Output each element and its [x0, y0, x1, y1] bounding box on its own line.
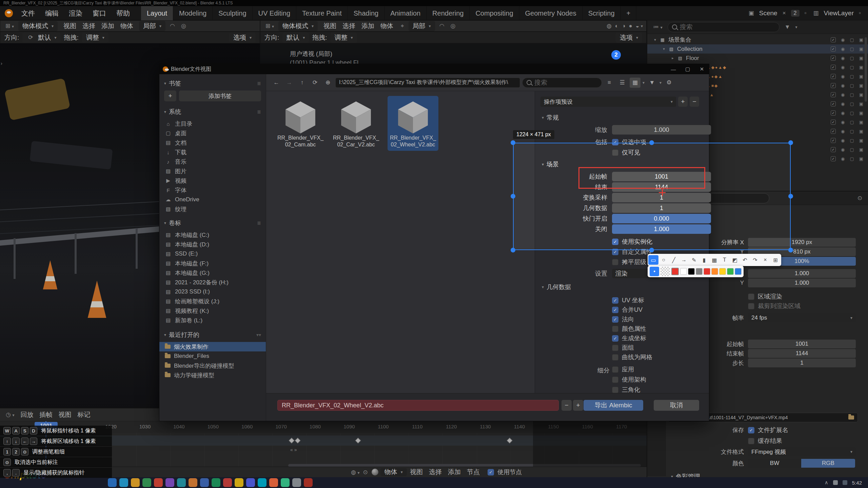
expand-icon[interactable]: ▾ [660, 47, 668, 51]
overlays-icon[interactable]: ◐ [613, 23, 620, 29]
hide-eye-icon[interactable]: ◉ [841, 147, 845, 152]
viewport-visibility-icon[interactable]: ▢ [850, 156, 854, 161]
viewport-visibility-icon[interactable]: ▢ [850, 138, 854, 143]
system-list-item[interactable]: ♪ 音乐 [159, 157, 266, 166]
selectable-checkbox[interactable]: ✓ [831, 65, 836, 70]
thumbnail-view-icon[interactable]: ▦ [630, 78, 640, 88]
scene-checkbox[interactable] [612, 239, 618, 245]
color-swatch[interactable] [735, 268, 742, 275]
editor-type-icon[interactable]: ⊞ ▾ [4, 22, 16, 29]
orientation-dropdown[interactable]: 局部▾ [139, 21, 165, 31]
browse-folder-icon[interactable] [848, 415, 854, 420]
property-value-field[interactable]: 1 [748, 359, 856, 367]
selection-handle[interactable] [511, 140, 515, 145]
hide-eye-icon[interactable]: ◉ [841, 156, 845, 161]
hide-eye-icon[interactable]: ◉ [841, 120, 845, 125]
hide-eye-icon[interactable]: ◉ [841, 110, 845, 116]
file-search-input[interactable] [534, 79, 597, 86]
geometry-checkbox[interactable] [612, 307, 618, 313]
geometry-checkbox[interactable] [612, 354, 618, 361]
viewport-visibility-icon[interactable]: ▢ [850, 129, 854, 134]
mode-dropdown[interactable]: 物体模式▾ [278, 21, 318, 31]
add-bookmark-button[interactable]: 添加书签 [179, 90, 261, 101]
hide-eye-icon[interactable]: ◉ [841, 129, 845, 134]
general-section[interactable]: ▾常规 [542, 114, 559, 122]
taskbar-app-icon[interactable] [200, 478, 209, 487]
filename-field[interactable]: RR_Blender_VFX_02_Wheel_V2.abc [277, 400, 559, 411]
selectable-checkbox[interactable]: ✓ [831, 83, 836, 88]
xray-icon[interactable]: ◑ [620, 23, 627, 29]
viewport-menu-item[interactable]: 选择 [339, 22, 358, 30]
workspace-tab[interactable]: Layout [141, 6, 173, 20]
taskbar-app-icon[interactable] [292, 478, 301, 487]
volume-list-item[interactable]: ▤ 2023 SSD (I:) [159, 287, 266, 297]
subdiv-checkbox[interactable] [612, 377, 618, 383]
shader-menu-item[interactable]: 选择 [426, 468, 445, 476]
outliner-search-input[interactable] [680, 23, 775, 31]
taskbar-app-icon[interactable] [235, 478, 243, 487]
selectable-checkbox[interactable]: ✓ [831, 46, 836, 52]
system-list-item[interactable]: ▤ 文档 [159, 138, 266, 147]
taskbar-app-icon[interactable] [258, 478, 267, 487]
subdiv-checkbox[interactable] [612, 387, 618, 393]
viewlayer-selector[interactable]: ViewLayer [824, 9, 854, 17]
minimize-button[interactable]: — [666, 64, 680, 74]
selection-handle[interactable] [511, 194, 515, 199]
taskbar-app-icon[interactable] [177, 478, 186, 487]
mode-dropdown[interactable]: 物体模式▾ [18, 21, 58, 31]
new-viewlayer-icon[interactable]: ▫ [857, 10, 863, 17]
scene-users-count[interactable]: 2 [791, 10, 800, 17]
workspace-tab[interactable]: Modeling [173, 6, 213, 20]
hide-eye-icon[interactable]: ◉ [841, 56, 845, 61]
annotation-tool-button[interactable]: T [719, 255, 730, 265]
close-button[interactable]: ✕ [695, 64, 709, 74]
workspace-tab[interactable]: Scripting [583, 6, 621, 20]
dialog-titlebar[interactable]: Blender文件视图 — ▢ ✕ [159, 64, 709, 74]
property-value-field[interactable]: 1144 [748, 349, 856, 358]
orientation-dropdown[interactable]: 局部▾ [409, 21, 435, 31]
property-value-field[interactable]: 1.000 [748, 279, 856, 287]
color-swatch[interactable] [727, 268, 734, 275]
operator-presets-dropdown[interactable]: 操作项预设▾ [540, 97, 676, 107]
workspace-tab[interactable]: Texture Paint [296, 6, 348, 20]
taskbar-app-icon[interactable] [165, 478, 174, 487]
viewport-visibility-icon[interactable]: ▢ [850, 65, 854, 70]
snap-magnet-icon[interactable]: ◠ [168, 22, 177, 29]
system-list-item[interactable]: F 字体 [159, 185, 266, 195]
selectable-checkbox[interactable]: ✓ [831, 120, 836, 125]
filter-icon[interactable]: ▼ [647, 78, 657, 88]
viewport-visibility-icon[interactable]: ▢ [850, 101, 854, 106]
geometry-checkbox[interactable] [612, 345, 618, 351]
hide-eye-icon[interactable]: ◉ [841, 74, 845, 79]
outliner-row[interactable]: ▾ ▦ 场景集合 ✓ ◉ ▢ ▣ [647, 35, 868, 44]
taskbar-app-icon[interactable] [142, 478, 151, 487]
clock[interactable]: 5:42 [852, 480, 862, 486]
annotation-tool-button[interactable]: ⊞ [770, 255, 781, 265]
pin-icon[interactable]: ⊙ [856, 195, 864, 202]
selectable-checkbox[interactable]: ✓ [831, 56, 836, 61]
render-visibility-icon[interactable]: ▣ [859, 74, 863, 79]
shading-material-icon[interactable]: ◒ [634, 23, 641, 29]
workspace-tab[interactable]: Geometry Nodes [519, 6, 583, 20]
annotation-tool-button[interactable]: ✎ [689, 255, 699, 265]
workspace-tab[interactable]: Sculpting [213, 6, 252, 20]
volume-list-item[interactable]: ▤ SSD (E:) [159, 249, 266, 259]
editor-type-icon[interactable]: ◍ ▾ [349, 469, 361, 476]
viewport-visibility-icon[interactable]: ▢ [850, 120, 854, 125]
annotation-tool-button[interactable]: × [760, 255, 770, 265]
system-list-item[interactable]: ▧ 纹理 [159, 204, 266, 214]
selectable-checkbox[interactable]: ✓ [831, 147, 836, 152]
volume-list-item[interactable]: ▤ 绘画雕塑概设 (J:) [159, 297, 266, 306]
taskbar-app-icon[interactable] [281, 478, 290, 487]
framerate-dropdown[interactable]: 24 fps▾ [748, 313, 856, 322]
color-swatch[interactable] [704, 268, 710, 275]
workspace-tab[interactable]: + [621, 6, 637, 20]
shading-solid-icon[interactable]: ● [627, 23, 634, 29]
file-format-dropdown[interactable]: FFmpeg 视频▾ [748, 447, 856, 456]
property-value-field[interactable]: 1920 px [748, 238, 856, 247]
annotation-tool-button[interactable]: → [679, 255, 689, 265]
recent-list-item[interactable]: Blender导出的碰撞模型 [159, 361, 266, 370]
bookmarks-section[interactable]: ▾书签≣ [159, 79, 266, 88]
selectable-checkbox[interactable]: ✓ [831, 156, 836, 161]
outliner-scrollbar[interactable] [865, 37, 867, 102]
